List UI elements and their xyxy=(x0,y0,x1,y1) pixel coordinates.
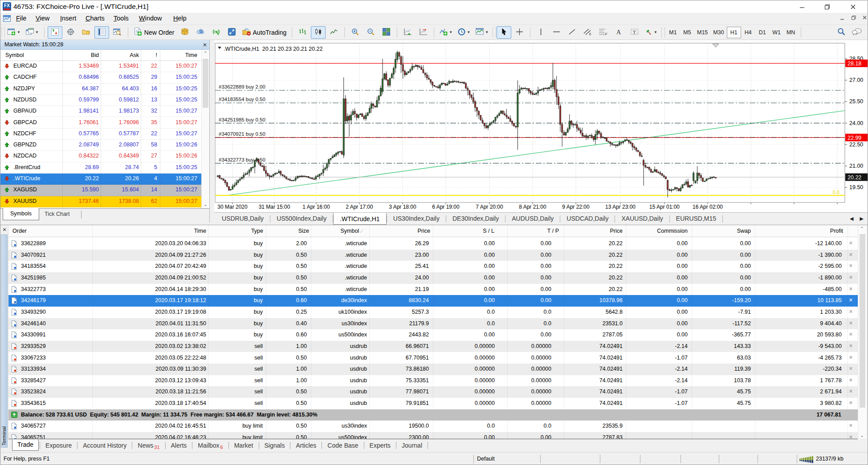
menu-insert[interactable]: Insert xyxy=(60,15,76,22)
terminal-tab-news[interactable]: News31 xyxy=(132,442,165,449)
strategy-tester-button[interactable] xyxy=(110,26,125,39)
autotrading-button[interactable]: AutoTrading xyxy=(240,26,289,39)
chart-tab-us500index-daily[interactable]: US500Index,Daily xyxy=(270,213,333,225)
orders-col-swap[interactable]: Swap xyxy=(737,228,751,234)
text-label-button[interactable]: T xyxy=(627,26,642,39)
terminal-tab-trade[interactable]: Trade xyxy=(12,440,39,451)
orders-col-size[interactable]: Size xyxy=(298,228,309,234)
market-watch-col-time[interactable]: Time xyxy=(185,52,197,58)
terminal-tab-account-history[interactable]: Account History xyxy=(77,442,132,449)
close-order-icon[interactable]: ✕ xyxy=(849,275,853,280)
toolbar-grip[interactable] xyxy=(661,28,665,37)
orders-col-sl[interactable]: S / L xyxy=(483,228,494,234)
close-order-icon[interactable]: ✕ xyxy=(849,252,853,258)
tabs-scroll-right-icon[interactable]: ▶ xyxy=(860,216,864,222)
market-watch-scrollbar[interactable]: ⌃ ⌄ xyxy=(201,50,209,208)
terminal-tab-exposure[interactable]: Exposure xyxy=(40,442,77,449)
dropdown-arrow-icon[interactable]: ▼ xyxy=(17,30,20,34)
dropdown-arrow-icon[interactable]: ▼ xyxy=(449,30,452,34)
horizontal-line-button[interactable] xyxy=(549,26,564,39)
scroll-down-icon[interactable]: ⌄ xyxy=(859,433,865,438)
market-watch-col-spread[interactable]: ! xyxy=(156,52,157,58)
menu-help[interactable]: Help xyxy=(173,15,187,22)
close-order-icon[interactable]: ✕ xyxy=(849,320,853,326)
arrows-button[interactable]: ▼ xyxy=(643,26,660,39)
close-order-icon[interactable]: ✕ xyxy=(849,240,853,246)
menu-window[interactable]: Window xyxy=(139,15,162,22)
close-order-icon[interactable]: ✕ xyxy=(849,377,853,383)
tab-symbols[interactable]: Symbols xyxy=(3,208,39,220)
close-button[interactable] xyxy=(843,0,863,13)
chart-shift-button[interactable] xyxy=(416,26,431,39)
market-watch-close-icon[interactable]: ✕ xyxy=(201,41,208,49)
profiles-button[interactable]: ▼ xyxy=(24,26,41,39)
terminal-tab-code-base[interactable]: Code Base xyxy=(322,442,363,449)
menu-charts[interactable]: Charts xyxy=(86,15,105,22)
restore-button[interactable] xyxy=(817,0,837,13)
close-order-icon[interactable]: ✕ xyxy=(849,297,853,303)
chart-tab-de30index-daily[interactable]: DE30Index,Daily xyxy=(446,213,505,225)
orders-col-commission[interactable]: Commission xyxy=(657,228,688,234)
scroll-down-icon[interactable]: ⌄ xyxy=(203,202,208,207)
close-order-icon[interactable]: ✕ xyxy=(849,286,853,292)
zoom-out-button[interactable] xyxy=(363,26,378,39)
indicators-button[interactable]: ▼ xyxy=(437,26,455,39)
orders-col-type[interactable]: Type xyxy=(251,228,263,234)
metaeditor-button[interactable] xyxy=(178,26,192,39)
menu-file[interactable]: File xyxy=(16,15,26,22)
cursor-button[interactable] xyxy=(497,26,511,39)
scrollbar-thumb[interactable] xyxy=(860,234,865,408)
timeframe-mn[interactable]: MN xyxy=(784,27,798,38)
child-minimize-button[interactable] xyxy=(837,15,847,23)
community-button[interactable] xyxy=(849,26,864,39)
terminal-tab-journal[interactable]: Journal xyxy=(396,442,428,449)
signals-button[interactable] xyxy=(209,26,224,39)
tab-tick-chart[interactable]: Tick Chart xyxy=(45,211,70,217)
auto-scroll-button[interactable] xyxy=(400,26,415,39)
child-restore-button[interactable] xyxy=(849,15,859,23)
toolbar-grip[interactable] xyxy=(1,28,5,37)
panel-splitter[interactable] xyxy=(210,40,214,222)
equidistant-channel-button[interactable]: E xyxy=(580,26,595,39)
chart-candles-button[interactable] xyxy=(311,26,326,39)
terminal-scrollbar[interactable]: ⌃ ⌄ xyxy=(858,225,867,439)
terminal-tab-signals[interactable]: Signals xyxy=(259,442,290,449)
market-watch-col-bid[interactable]: Bid xyxy=(91,52,99,58)
terminal-tab-experts[interactable]: Experts xyxy=(364,442,396,449)
orders-col-tp[interactable]: T / P xyxy=(547,228,559,234)
terminal-toggle-button[interactable] xyxy=(94,26,109,39)
chart-window[interactable]: #33622889 buy 2.00#34183554 buy 0.50#342… xyxy=(214,40,868,212)
crosshair-button[interactable] xyxy=(512,26,527,39)
chart-tab--wticrude-h1[interactable]: .WTICrude,H1 xyxy=(333,213,386,225)
market-watch-header[interactable]: Market Watch: 15:00:28 ✕ xyxy=(0,40,209,50)
chart-tab-audusd-daily[interactable]: AUDUSD,Daily xyxy=(505,213,560,225)
status-profile[interactable]: Default xyxy=(477,456,495,462)
chart-bars-button[interactable] xyxy=(295,26,310,39)
chart-tab-us30index-daily[interactable]: US30Index,Daily xyxy=(387,213,446,225)
tile-windows-button[interactable] xyxy=(379,26,394,39)
timeframe-m15[interactable]: M15 xyxy=(694,27,710,38)
scroll-up-icon[interactable]: ⌃ xyxy=(859,226,865,231)
timeframe-m1[interactable]: M1 xyxy=(666,27,680,38)
fibonacci-button[interactable]: F xyxy=(596,26,611,39)
close-order-icon[interactable]: ✕ xyxy=(849,423,853,429)
orders-col-time[interactable]: Time xyxy=(194,228,206,234)
fullscreen-button[interactable] xyxy=(224,26,239,39)
market-watch-col-ask[interactable]: Ask xyxy=(130,52,139,58)
toolbar-grip[interactable] xyxy=(493,28,496,37)
close-order-icon[interactable]: ✕ xyxy=(849,366,853,372)
close-order-icon[interactable]: ✕ xyxy=(849,343,853,349)
vertical-line-button[interactable] xyxy=(534,26,548,39)
chart-line-button[interactable] xyxy=(326,26,341,39)
candlestick-chart[interactable]: #33622889 buy 2.00#34183554 buy 0.50#342… xyxy=(214,40,868,212)
terminal-tab-market[interactable]: Market xyxy=(229,442,259,449)
chart-tab-usdrub-daily[interactable]: USDRUB,Daily xyxy=(216,213,270,225)
balance-row[interactable]: Balance: 528 733.61 USD Equity: 545 801.… xyxy=(8,409,858,421)
zoom-in-button[interactable] xyxy=(348,26,363,39)
periods-button[interactable]: ▼ xyxy=(456,26,473,39)
close-order-icon[interactable]: ✕ xyxy=(849,332,853,337)
timeframe-d1[interactable]: D1 xyxy=(755,27,770,38)
minimize-button[interactable] xyxy=(792,0,812,13)
templates-button[interactable]: ▼ xyxy=(473,26,491,39)
timeframe-h4[interactable]: H4 xyxy=(741,27,755,38)
